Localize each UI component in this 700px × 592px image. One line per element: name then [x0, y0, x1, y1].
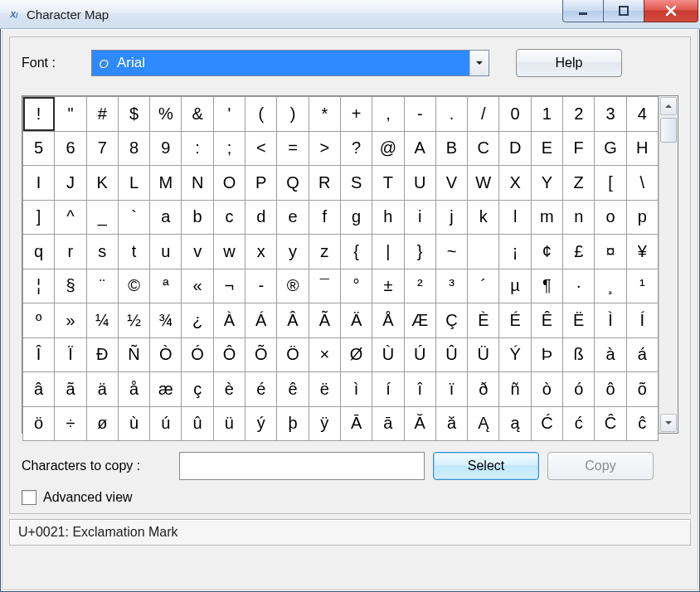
char-cell[interactable]: [: [595, 166, 626, 201]
char-cell[interactable]: ë: [309, 372, 340, 407]
char-cell[interactable]: Å: [372, 303, 404, 338]
char-cell[interactable]: [468, 235, 499, 269]
char-cell[interactable]: ¬: [213, 269, 245, 303]
char-cell[interactable]: &: [182, 97, 213, 132]
char-cell[interactable]: 6: [55, 131, 86, 166]
char-cell[interactable]: Ü: [468, 337, 499, 372]
char-cell[interactable]: ,: [372, 97, 404, 132]
char-cell[interactable]: «: [182, 269, 213, 303]
char-cell[interactable]: (: [245, 97, 277, 132]
char-cell[interactable]: è: [213, 372, 245, 407]
char-cell[interactable]: u: [150, 235, 182, 269]
char-cell[interactable]: ;: [213, 131, 245, 166]
char-cell[interactable]: <: [245, 131, 277, 166]
char-cell[interactable]: D: [499, 131, 531, 166]
char-cell[interactable]: µ: [499, 269, 531, 303]
char-cell[interactable]: L: [118, 166, 149, 201]
char-cell[interactable]: ©: [118, 269, 149, 303]
char-cell[interactable]: ®: [277, 269, 309, 303]
char-cell[interactable]: ø: [86, 406, 118, 441]
char-cell[interactable]: /: [468, 97, 499, 132]
char-cell[interactable]: Á: [245, 303, 277, 338]
char-cell[interactable]: *: [309, 97, 340, 132]
char-cell[interactable]: @: [372, 131, 404, 166]
char-cell[interactable]: W: [468, 166, 499, 201]
char-cell[interactable]: i: [404, 200, 435, 235]
char-cell[interactable]: t: [118, 235, 149, 269]
char-cell[interactable]: ': [213, 97, 245, 132]
maximize-button[interactable]: [603, 0, 644, 22]
char-cell[interactable]: ": [55, 97, 86, 132]
char-cell[interactable]: È: [468, 303, 499, 338]
char-cell[interactable]: ú: [150, 406, 182, 441]
char-cell[interactable]: c: [213, 200, 245, 235]
char-cell[interactable]: ù: [118, 406, 149, 441]
grid-scrollbar[interactable]: [659, 96, 678, 433]
char-cell[interactable]: ì: [340, 372, 372, 407]
scroll-up-button[interactable]: [660, 97, 677, 115]
char-cell[interactable]: 4: [626, 97, 658, 132]
char-cell[interactable]: À: [213, 303, 245, 338]
char-cell[interactable]: -: [404, 97, 435, 132]
char-cell[interactable]: ¹: [626, 269, 658, 303]
char-cell[interactable]: H: [626, 131, 658, 166]
char-cell[interactable]: h: [372, 200, 404, 235]
char-cell[interactable]: q: [23, 235, 55, 269]
char-cell[interactable]: `: [118, 200, 149, 235]
char-cell[interactable]: -: [245, 269, 277, 303]
char-cell[interactable]: ´: [468, 269, 499, 303]
char-cell[interactable]: Ĉ: [595, 406, 626, 441]
char-cell[interactable]: î: [404, 372, 435, 407]
character-grid[interactable]: !"#$%&'()*+,-./0123456789:;<=>?@ABCDEFGH…: [22, 96, 659, 433]
char-cell[interactable]: Ã: [309, 303, 340, 338]
char-cell[interactable]: Í: [626, 303, 658, 338]
char-cell[interactable]: v: [182, 235, 213, 269]
char-cell[interactable]: ¦: [23, 269, 55, 303]
char-cell[interactable]: æ: [150, 372, 182, 407]
char-cell[interactable]: í: [372, 372, 404, 407]
char-cell[interactable]: ¨: [86, 269, 118, 303]
help-button[interactable]: Help: [516, 49, 622, 77]
char-cell[interactable]: Þ: [531, 337, 562, 372]
char-cell[interactable]: °: [340, 269, 372, 303]
char-cell[interactable]: ]: [23, 200, 55, 235]
char-cell[interactable]: Ì: [595, 303, 626, 338]
char-cell[interactable]: ¾: [150, 303, 182, 338]
char-cell[interactable]: +: [340, 97, 372, 132]
char-cell[interactable]: Ö: [277, 337, 309, 372]
char-cell[interactable]: M: [150, 166, 182, 201]
char-cell[interactable]: Ñ: [118, 337, 149, 372]
char-cell[interactable]: ^: [55, 200, 86, 235]
char-cell[interactable]: à: [595, 337, 626, 372]
char-cell[interactable]: e: [277, 200, 309, 235]
char-cell[interactable]: b: [182, 200, 213, 235]
char-cell[interactable]: 3: [595, 97, 626, 132]
char-cell[interactable]: ): [277, 97, 309, 132]
char-cell[interactable]: Ć: [531, 406, 562, 441]
minimize-button[interactable]: [562, 0, 604, 22]
dropdown-arrow-icon[interactable]: [469, 51, 489, 75]
char-cell[interactable]: ¸: [595, 269, 626, 303]
char-cell[interactable]: ô: [595, 372, 626, 407]
char-cell[interactable]: !: [23, 97, 55, 132]
char-cell[interactable]: ÿ: [309, 406, 340, 441]
char-cell[interactable]: º: [23, 303, 55, 338]
char-cell[interactable]: ö: [23, 406, 55, 441]
char-cell[interactable]: Ą: [468, 406, 499, 441]
char-cell[interactable]: ±: [372, 269, 404, 303]
char-cell[interactable]: ü: [213, 406, 245, 441]
char-cell[interactable]: ð: [468, 372, 499, 407]
char-cell[interactable]: o: [595, 200, 626, 235]
scroll-down-button[interactable]: [660, 414, 677, 432]
char-cell[interactable]: C: [468, 131, 499, 166]
char-cell[interactable]: g: [340, 200, 372, 235]
char-cell[interactable]: l: [499, 200, 531, 235]
char-cell[interactable]: Ù: [372, 337, 404, 372]
char-cell[interactable]: ¼: [86, 303, 118, 338]
char-cell[interactable]: Î: [23, 337, 55, 372]
char-cell[interactable]: Ā: [340, 406, 372, 441]
char-cell[interactable]: Û: [435, 337, 467, 372]
char-cell[interactable]: Ó: [182, 337, 213, 372]
char-cell[interactable]: F: [563, 131, 595, 166]
char-cell[interactable]: B: [435, 131, 467, 166]
